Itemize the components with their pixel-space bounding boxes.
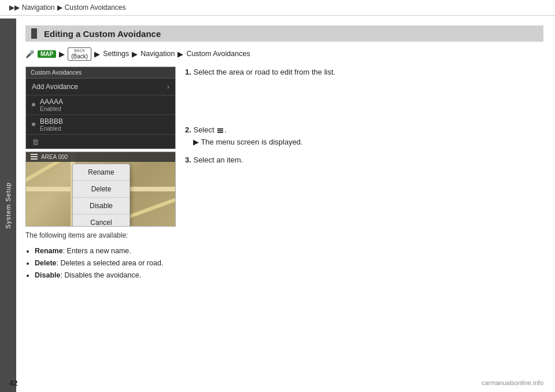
item-name-1: AAAAA: [40, 98, 63, 106]
page-number: 42: [9, 379, 17, 387]
map-screen: AREA 000 Rename Delete Disable Cancel: [25, 151, 176, 227]
sidebar: System Setup: [0, 19, 16, 392]
nav-navigation: Navigation: [140, 50, 175, 58]
bullet-item-delete: Delete: Deletes a selected area or road.: [35, 257, 176, 269]
add-avoidance-row[interactable]: Add Avoidance ›: [26, 79, 175, 95]
context-menu: Rename Delete Disable Cancel: [72, 164, 130, 227]
step-1: 1. Select the area or road to edit from …: [185, 66, 543, 79]
nav-arrow-1: ▶: [59, 50, 65, 58]
section-heading: Editing a Custom Avoidance: [25, 25, 543, 42]
bullet-desc-rename: Enters a new name.: [67, 247, 131, 255]
sidebar-label: System Setup: [5, 182, 12, 228]
nav-custom-avoidances: Custom Avoidances: [186, 50, 250, 58]
add-avoidance-label: Add Avoidance: [32, 83, 78, 91]
ui-screen-header: Custom Avoidances: [26, 67, 175, 79]
breadcrumb-custom-avoidances: Custom Avoidances: [65, 3, 126, 12]
back-badge: BACK (Back): [68, 47, 91, 61]
trash-icon: 🗑: [32, 138, 40, 146]
item-bullet-icon-2: [32, 123, 35, 126]
context-menu-cancel[interactable]: Cancel: [73, 215, 130, 227]
item-status-1: Enabled: [40, 106, 63, 112]
back-top-label: BACK: [74, 49, 85, 53]
step-1-num: 1.: [185, 68, 191, 76]
step-3-num: 3.: [185, 156, 191, 164]
breadcrumb: ▶▶ Navigation ▶ Custom Avoidances: [0, 0, 555, 16]
two-column-layout: Custom Avoidances Add Avoidance › AAAAA …: [25, 66, 543, 282]
nav-path: 🎤 MAP ▶ BACK (Back) ▶ Settings ▶ Navigat…: [25, 47, 543, 61]
bullet-term-rename: Rename: [35, 247, 63, 255]
bullet-item-disable: Disable: Disables the avoidance.: [35, 269, 176, 282]
step-2-text: Select .: [193, 125, 226, 134]
nav-arrow-2: ▶: [94, 50, 100, 58]
bullet-list: Rename: Enters a new name. Delete: Delet…: [25, 245, 176, 282]
main-content: Editing a Custom Avoidance 🎤 MAP ▶ BACK …: [16, 19, 555, 392]
step-2-arrow: ▶: [193, 138, 199, 146]
map-badge: MAP: [38, 50, 56, 58]
custom-avoidances-screen: Custom Avoidances Add Avoidance › AAAAA …: [25, 66, 176, 149]
step-2-sub: The menu screen is displayed.: [201, 138, 302, 146]
step-2-num: 2.: [185, 125, 191, 134]
bullet-desc-delete: Deletes a selected area or road.: [60, 259, 163, 267]
step-3-text: Select an item.: [193, 156, 243, 164]
nav-arrow-3: ▶: [132, 50, 138, 58]
item-bullet-icon: [32, 103, 35, 106]
bullet-term-delete: Delete: [35, 259, 57, 267]
instructions-column: 1. Select the area or road to edit from …: [185, 66, 543, 172]
context-menu-disable[interactable]: Disable: [73, 198, 130, 215]
caption-text: The following items are available:: [25, 231, 176, 239]
heading-bar-icon: [31, 28, 37, 39]
avoidance-item-1[interactable]: AAAAA Enabled: [26, 95, 175, 115]
hamburger-icon[interactable]: [31, 154, 38, 160]
step-3: 3. Select an item.: [185, 154, 543, 167]
map-area-label: AREA 000: [41, 154, 68, 160]
add-avoidance-chevron: ›: [167, 83, 169, 91]
breadcrumb-arrow: ▶: [57, 3, 62, 12]
step-2: 2. Select . ▶ The menu screen is display…: [185, 124, 543, 149]
bullet-icon: ▶▶: [9, 3, 20, 12]
bullet-item-rename: Rename: Enters a new name.: [35, 245, 176, 257]
menu-icon: [217, 128, 223, 133]
voice-icon: 🎤: [25, 50, 35, 58]
step-1-text: Select the area or road to edit from the…: [193, 68, 335, 76]
bullet-desc-disable: Disables the avoidance.: [64, 271, 141, 279]
map-header-bar: AREA 000: [26, 152, 175, 162]
screenshots-column: Custom Avoidances Add Avoidance › AAAAA …: [25, 66, 176, 282]
watermark: carmanualsonline.info: [482, 379, 543, 386]
item-status-2: Enabled: [40, 125, 63, 132]
delete-row: 🗑: [26, 135, 175, 149]
item-name-2: BBBBB: [40, 117, 63, 125]
context-menu-rename[interactable]: Rename: [73, 164, 130, 181]
nav-arrow-4: ▶: [177, 50, 183, 58]
avoidance-item-2[interactable]: BBBBB Enabled: [26, 115, 175, 135]
back-label: (Back): [71, 53, 88, 60]
section-title: Editing a Custom Avoidance: [44, 29, 161, 39]
breadcrumb-navigation: Navigation: [22, 3, 55, 12]
context-menu-delete[interactable]: Delete: [73, 181, 130, 198]
bullet-term-disable: Disable: [35, 271, 60, 279]
nav-settings: Settings: [103, 50, 129, 58]
